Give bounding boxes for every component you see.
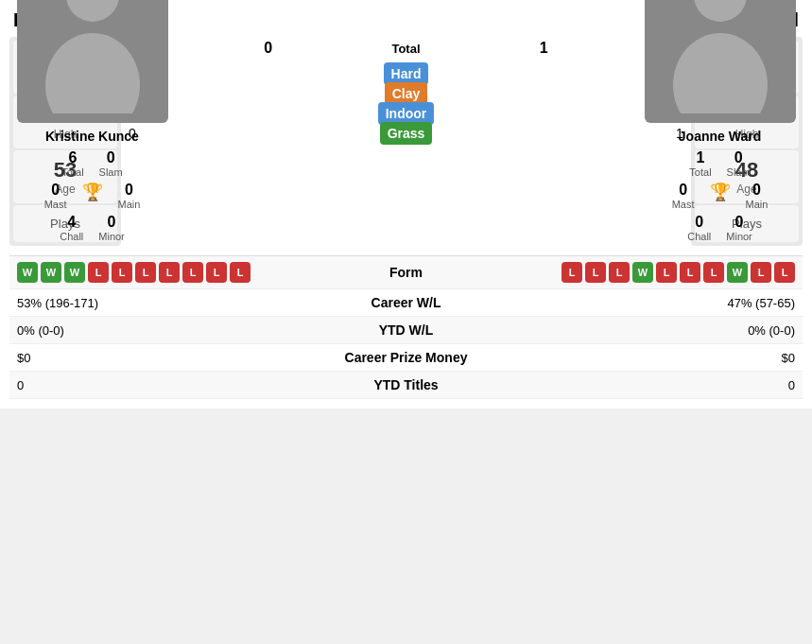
- left-ytd-wl: 0% (0-0): [17, 323, 321, 338]
- left-form-badges: WWWLLLLLLL: [17, 262, 321, 283]
- right-plays-label: Plays: [732, 217, 762, 231]
- surface-indoor-row: 0 Indoor 0: [121, 105, 691, 122]
- form-badge: L: [88, 262, 109, 283]
- left-age-label: Age: [17, 183, 113, 196]
- form-row: WWWLLLLLLL Form LLLWLLLWLL: [9, 256, 803, 289]
- left-rank-label: Rank: [17, 73, 113, 86]
- hard-right-score: 0: [668, 66, 691, 81]
- form-badge: L: [609, 262, 630, 283]
- titles-row: 0 YTD Titles 0: [9, 372, 803, 399]
- form-badge: L: [182, 262, 203, 283]
- form-label: Form: [321, 265, 492, 280]
- form-badge: L: [656, 262, 677, 283]
- clay-left-score: 0: [121, 86, 144, 101]
- right-career-wl: 47% (57-65): [492, 296, 796, 310]
- left-plays-label: Plays: [50, 217, 80, 231]
- right-flag: 🇬🇧: [667, 37, 691, 60]
- form-badge: L: [751, 262, 771, 283]
- right-prize: $0: [492, 351, 796, 365]
- left-career-wl: 53% (196-171): [17, 296, 321, 310]
- form-badge: W: [727, 262, 748, 283]
- right-rank-label: Rank: [699, 73, 795, 86]
- right-high-value: 345: [699, 103, 795, 128]
- surface-grass-row: 0 Grass 1: [121, 125, 691, 142]
- prize-label: Career Prize Money: [321, 350, 492, 365]
- career-wl-row: 53% (196-171) Career W/L 47% (57-65): [9, 289, 803, 317]
- form-badge: L: [206, 262, 227, 283]
- right-player-name: Joanne Ward: [406, 9, 800, 31]
- form-badge: L: [135, 262, 156, 283]
- form-badge: L: [112, 262, 132, 283]
- total-right-score: 1: [534, 40, 553, 57]
- form-badge: W: [17, 262, 38, 283]
- left-flag: 🇦🇺: [121, 37, 145, 60]
- form-badge: L: [159, 262, 180, 283]
- form-badge: L: [774, 262, 795, 283]
- form-badge: L: [703, 262, 724, 283]
- form-badge: L: [230, 262, 251, 283]
- indoor-left-score: 0: [121, 106, 144, 121]
- left-high-label: High: [17, 128, 113, 141]
- form-badge: L: [561, 262, 582, 283]
- left-player-name: Kristine Kunce: [13, 9, 406, 31]
- total-left-score: 0: [259, 40, 278, 57]
- grass-button: Grass: [380, 122, 433, 145]
- right-ytd-wl: 0% (0-0): [492, 323, 796, 338]
- form-badge: L: [585, 262, 606, 283]
- left-age-value: 53: [17, 158, 113, 183]
- right-age-value: 48: [699, 158, 795, 183]
- total-label: Total: [391, 42, 420, 56]
- left-stats-box: N/A Rank 45 High 53 Age Plays: [9, 37, 121, 246]
- hard-left-score: 0: [121, 66, 144, 81]
- right-titles: 0: [492, 378, 796, 392]
- bottom-section: WWWLLLLLLL Form LLLWLLLWLL 53% (196-171)…: [9, 255, 803, 399]
- grass-left-score: 0: [121, 126, 144, 141]
- right-high-label: High: [699, 128, 795, 141]
- surface-hard-row: 0 Hard 0: [121, 65, 691, 82]
- form-badge: L: [680, 262, 700, 283]
- titles-label: YTD Titles: [321, 377, 492, 392]
- right-age-label: Age: [699, 183, 795, 196]
- right-form-badges: LLLWLLLWLL: [492, 262, 796, 283]
- left-prize: $0: [17, 351, 321, 365]
- surface-clay-row: 0 Clay 0: [121, 85, 691, 102]
- form-badge: W: [41, 262, 61, 283]
- form-badge: W: [632, 262, 653, 283]
- left-high-value: 45: [17, 103, 113, 128]
- ytd-wl-row: 0% (0-0) YTD W/L 0% (0-0): [9, 317, 803, 344]
- form-badge: W: [64, 262, 85, 283]
- left-titles: 0: [17, 378, 321, 392]
- right-stats-box: N/A Rank 345 High 48 Age Plays: [691, 37, 803, 246]
- right-rank-value: N/A: [699, 48, 795, 73]
- ytd-wl-label: YTD W/L: [321, 322, 492, 338]
- left-rank-value: N/A: [17, 48, 113, 73]
- center-scores: 🇦🇺 0 Total 1 🇬🇧 0 Hard 0 0 Clay 0 0 Indo…: [121, 37, 691, 145]
- career-wl-label: Career W/L: [321, 295, 492, 310]
- grass-right-score: 1: [668, 126, 691, 141]
- clay-right-score: 0: [668, 86, 691, 101]
- indoor-right-score: 0: [668, 106, 691, 121]
- prize-row: $0 Career Prize Money $0: [9, 344, 803, 372]
